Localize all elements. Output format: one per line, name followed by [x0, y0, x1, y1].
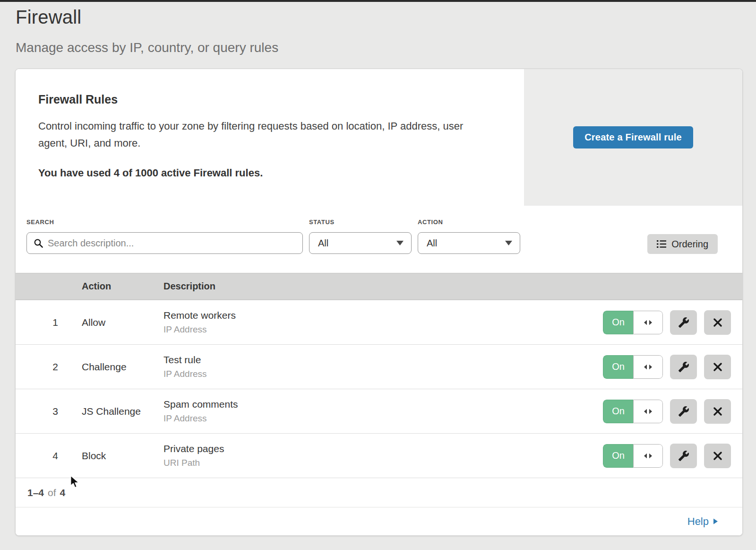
- intro-text-block: Firewall Rules Control incoming traffic …: [16, 69, 524, 206]
- rule-description: Private pages: [163, 443, 603, 454]
- usage-summary: You have used 4 of 1000 active Firewall …: [38, 167, 501, 179]
- left-right-arrows-icon: [644, 320, 652, 325]
- close-icon: [713, 451, 722, 461]
- help-link-label: Help: [687, 515, 709, 528]
- close-icon: [713, 362, 722, 372]
- delete-rule-button[interactable]: [704, 355, 731, 379]
- close-icon: [713, 318, 722, 327]
- wrench-icon: [678, 361, 689, 373]
- wrench-icon: [678, 450, 689, 462]
- rule-match-type: IP Address: [163, 413, 603, 424]
- pagination-range: 1–4: [27, 487, 44, 498]
- delete-rule-button[interactable]: [704, 310, 731, 335]
- rule-description: Test rule: [163, 354, 603, 366]
- action-label: Action: [418, 218, 520, 226]
- ordering-button[interactable]: Ordering: [647, 234, 718, 254]
- rule-priority: 2: [52, 361, 58, 373]
- rule-action: Allow: [82, 317, 105, 328]
- edit-rule-button[interactable]: [670, 444, 697, 468]
- row-controls: On: [603, 310, 742, 335]
- left-right-arrows-icon: [644, 364, 652, 370]
- rule-priority: 1: [52, 317, 58, 328]
- row-controls: On: [603, 399, 742, 424]
- action-dropdown[interactable]: All: [418, 232, 520, 254]
- search-label: Search: [26, 218, 303, 226]
- delete-rule-button[interactable]: [704, 444, 731, 468]
- search-input[interactable]: [48, 238, 297, 249]
- table-row: 4 Block Private pages URI Path On: [16, 433, 742, 478]
- rule-action: JS Challenge: [82, 406, 141, 417]
- rule-enabled-toggle: On: [603, 444, 663, 468]
- rule-enabled-toggle: On: [603, 311, 663, 334]
- table-row: 1 Allow Remote workers IP Address On: [16, 300, 742, 344]
- description-column-header: Description: [163, 281, 742, 292]
- rule-priority: 3: [52, 406, 58, 417]
- delete-rule-button[interactable]: [704, 399, 731, 424]
- rule-match-type: IP Address: [163, 324, 603, 335]
- search-input-wrap: [26, 232, 303, 254]
- firewall-rules-card: Firewall Rules Control incoming traffic …: [15, 69, 743, 536]
- rule-match-type: URI Path: [163, 458, 603, 468]
- rule-action: Block: [82, 450, 106, 461]
- chevron-down-icon: [505, 241, 512, 245]
- table-row: 3 JS Challenge Spam comments IP Address …: [16, 389, 742, 433]
- toggle-on-segment[interactable]: On: [603, 444, 633, 468]
- triangle-right-icon: [713, 518, 718, 524]
- status-label: Status: [309, 218, 412, 226]
- row-controls: On: [603, 355, 742, 379]
- table-header: Action Description: [16, 273, 742, 300]
- status-field-group: Status All: [309, 218, 412, 254]
- intro-section: Firewall Rules Control incoming traffic …: [16, 69, 742, 206]
- rule-enabled-toggle: On: [603, 400, 663, 423]
- page-title: Firewall: [16, 7, 740, 28]
- status-dropdown[interactable]: All: [309, 232, 412, 254]
- left-right-arrows-icon: [644, 409, 652, 414]
- edit-rule-button[interactable]: [670, 310, 697, 335]
- left-right-arrows-icon: [644, 453, 652, 459]
- toggle-on-segment[interactable]: On: [603, 400, 633, 423]
- toggle-handle[interactable]: [633, 311, 663, 334]
- toggle-handle[interactable]: [633, 400, 663, 423]
- ordering-button-label: Ordering: [671, 239, 708, 250]
- card-footer: Help: [16, 507, 742, 535]
- action-field-group: Action All: [418, 218, 520, 254]
- page-subtitle: Manage access by IP, country, or query r…: [16, 40, 740, 55]
- search-icon: [34, 238, 43, 248]
- section-heading: Firewall Rules: [38, 93, 501, 106]
- toggle-on-segment[interactable]: On: [603, 355, 633, 379]
- edit-rule-button[interactable]: [670, 399, 697, 424]
- rule-action: Challenge: [82, 361, 127, 372]
- rule-description: Remote workers: [163, 310, 603, 321]
- table-row: 2 Challenge Test rule IP Address On: [16, 344, 742, 389]
- wrench-icon: [678, 406, 689, 417]
- pagination-of: of: [48, 487, 56, 498]
- rule-match-type: IP Address: [163, 369, 603, 379]
- search-field-group: Search: [26, 218, 303, 254]
- rule-description: Spam comments: [163, 399, 603, 410]
- row-controls: On: [603, 444, 742, 468]
- create-rule-panel: Create a Firewall rule: [524, 69, 742, 206]
- wrench-icon: [678, 317, 689, 328]
- status-selected-value: All: [318, 238, 328, 249]
- rule-enabled-toggle: On: [603, 355, 663, 379]
- filter-bar: Search Status All Action All: [16, 206, 742, 273]
- page-header: Firewall Manage access by IP, country, o…: [0, 2, 756, 55]
- toggle-handle[interactable]: [633, 444, 663, 468]
- ordered-list-icon: [657, 240, 666, 248]
- rule-priority: 4: [52, 450, 58, 462]
- pagination-total: 4: [60, 487, 66, 498]
- section-description: Control incoming traffic to your zone by…: [38, 118, 485, 152]
- action-selected-value: All: [427, 238, 437, 249]
- help-link[interactable]: Help: [687, 515, 718, 528]
- toggle-handle[interactable]: [633, 355, 663, 379]
- create-firewall-rule-button[interactable]: Create a Firewall rule: [573, 126, 693, 148]
- action-column-header: Action: [82, 281, 163, 292]
- edit-rule-button[interactable]: [670, 355, 697, 379]
- pagination-bar: 1–4 of 4: [16, 478, 742, 507]
- toggle-on-segment[interactable]: On: [603, 311, 633, 334]
- close-icon: [713, 407, 722, 416]
- chevron-down-icon: [396, 241, 404, 245]
